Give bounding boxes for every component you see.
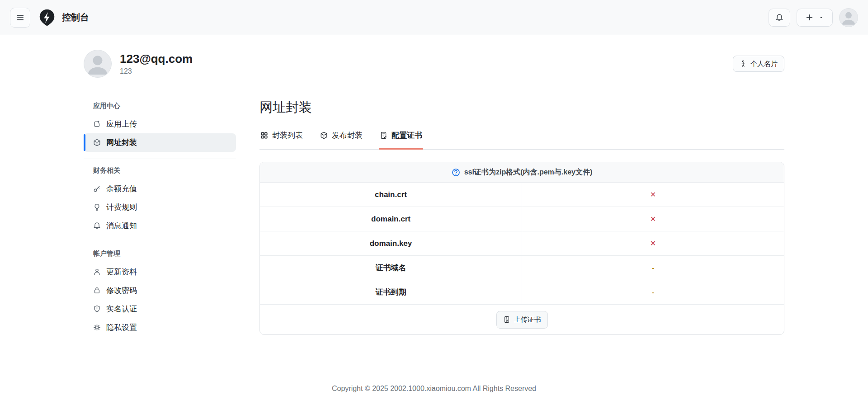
brand-logo[interactable] bbox=[38, 8, 57, 27]
certificate-table: ssl证书为zip格式(内含.pem与.key文件) chain.crt ✕ d… bbox=[259, 162, 784, 335]
sidebar-item-label: 消息通知 bbox=[106, 221, 137, 231]
status-missing-mark: ✕ bbox=[650, 190, 656, 199]
tab-bar: 封装列表 发布封装 bbox=[259, 130, 784, 150]
sidebar-item-label: 更新资料 bbox=[106, 267, 137, 277]
lightbulb-icon bbox=[93, 203, 101, 211]
file-zip-icon bbox=[503, 316, 510, 323]
certificate-notice-text: ssl证书为zip格式(内含.pem与.key文件) bbox=[464, 168, 593, 177]
plus-icon bbox=[806, 14, 813, 21]
tab-label: 配置证书 bbox=[392, 130, 422, 141]
sidebar-item-url-packaging[interactable]: 网址封装 bbox=[84, 133, 236, 152]
sidebar-section-finance: 财务相关 bbox=[84, 166, 236, 175]
top-navbar: 控制台 bbox=[0, 0, 868, 35]
sidebar-item-label: 余额充值 bbox=[106, 183, 137, 194]
sidebar-section-app-center: 应用中心 bbox=[84, 101, 236, 110]
cube-icon bbox=[320, 132, 328, 139]
sidebar-item-label: 计费规则 bbox=[106, 202, 137, 212]
cube-icon bbox=[93, 139, 101, 146]
table-row: chain.crt ✕ bbox=[260, 183, 784, 207]
page-title: 网址封装 bbox=[259, 99, 784, 117]
profile-username: 123 bbox=[120, 67, 193, 75]
bell-icon bbox=[775, 14, 783, 22]
sidebar-item-label: 隐私设置 bbox=[106, 322, 137, 333]
table-row: 证书到期 - bbox=[260, 280, 784, 305]
sidebar-item-label: 修改密码 bbox=[106, 285, 137, 296]
sidebar-item-update-profile[interactable]: 更新资料 bbox=[84, 263, 236, 281]
tab-publish-package[interactable]: 发布封装 bbox=[319, 130, 363, 150]
sidebar-section-account: 帐户管理 bbox=[84, 249, 236, 258]
sidebar: 应用中心 应用上传 网址封装 bbox=[84, 99, 236, 337]
status-empty-mark: - bbox=[652, 288, 654, 296]
sidebar-item-balance-recharge[interactable]: 余额充值 bbox=[84, 179, 236, 198]
lightning-pin-logo-icon bbox=[38, 8, 57, 27]
personal-card-label: 个人名片 bbox=[750, 60, 778, 68]
key-icon bbox=[93, 185, 101, 193]
lock-icon bbox=[93, 287, 101, 294]
copyright-text: Copyright © 2025 2002.1000.xiaomiou.com … bbox=[332, 385, 536, 392]
table-row: domain.key ✕ bbox=[260, 231, 784, 256]
sidebar-item-label: 实名认证 bbox=[106, 304, 137, 314]
profile-email: 123@qq.com bbox=[120, 52, 193, 66]
status-missing-mark: ✕ bbox=[650, 215, 656, 223]
tab-configure-certificate[interactable]: 配置证书 bbox=[379, 130, 423, 150]
profile-avatar bbox=[84, 50, 112, 78]
tab-package-list[interactable]: 封装列表 bbox=[259, 130, 304, 150]
status-empty-mark: - bbox=[652, 264, 654, 272]
user-avatar-icon bbox=[839, 8, 858, 27]
person-standing-icon bbox=[740, 60, 747, 67]
certificate-footer: 上传证书 bbox=[260, 305, 784, 334]
grid-icon bbox=[260, 132, 268, 139]
question-circle-icon bbox=[452, 168, 460, 177]
tab-label: 发布封装 bbox=[332, 130, 363, 141]
certificate-notice: ssl证书为zip格式(内含.pem与.key文件) bbox=[260, 162, 784, 183]
bell-icon bbox=[93, 222, 101, 230]
cert-field-name: 证书到期 bbox=[260, 280, 522, 304]
sidebar-item-label: 网址封装 bbox=[106, 137, 137, 148]
status-missing-mark: ✕ bbox=[650, 239, 656, 248]
upload-certificate-label: 上传证书 bbox=[514, 315, 541, 324]
gear-icon bbox=[93, 324, 101, 331]
cert-file-name: chain.crt bbox=[260, 183, 522, 207]
cert-field-name: 证书域名 bbox=[260, 256, 522, 280]
sidebar-item-notifications[interactable]: 消息通知 bbox=[84, 216, 236, 235]
sidebar-item-change-password[interactable]: 修改密码 bbox=[84, 281, 236, 300]
sidebar-item-app-upload[interactable]: 应用上传 bbox=[84, 115, 236, 133]
create-new-button[interactable] bbox=[797, 9, 833, 27]
file-check-icon bbox=[380, 132, 387, 139]
box-arrow-up-icon bbox=[93, 120, 101, 128]
personal-card-button[interactable]: 个人名片 bbox=[733, 56, 784, 72]
table-row: domain.crt ✕ bbox=[260, 207, 784, 231]
cert-file-name: domain.crt bbox=[260, 207, 522, 231]
cert-file-name: domain.key bbox=[260, 231, 522, 255]
upload-certificate-button[interactable]: 上传证书 bbox=[496, 311, 548, 329]
tab-label: 封装列表 bbox=[272, 130, 303, 141]
sidebar-item-label: 应用上传 bbox=[106, 119, 137, 129]
person-icon bbox=[93, 268, 101, 276]
main-content: 网址封装 封装列表 bbox=[259, 99, 784, 337]
navbar-user-avatar[interactable] bbox=[839, 8, 858, 27]
shield-exclamation-icon bbox=[93, 305, 101, 313]
table-row: 证书域名 - bbox=[260, 256, 784, 280]
sidebar-divider bbox=[84, 159, 236, 159]
notifications-button[interactable] bbox=[769, 9, 790, 27]
copyright-footer: Copyright © 2025 2002.1000.xiaomiou.com … bbox=[0, 385, 868, 393]
caret-down-icon bbox=[819, 15, 824, 20]
sidebar-item-privacy-settings[interactable]: 隐私设置 bbox=[84, 318, 236, 337]
hamburger-menu-icon bbox=[16, 14, 24, 22]
sidebar-toggle-button[interactable] bbox=[10, 8, 30, 28]
sidebar-item-billing-rules[interactable]: 计费规则 bbox=[84, 198, 236, 216]
profile-header: 123@qq.com 123 个人名片 bbox=[84, 50, 784, 78]
app-title: 控制台 bbox=[62, 11, 89, 24]
sidebar-item-real-name-verification[interactable]: 实名认证 bbox=[84, 300, 236, 318]
sidebar-divider bbox=[84, 242, 236, 242]
